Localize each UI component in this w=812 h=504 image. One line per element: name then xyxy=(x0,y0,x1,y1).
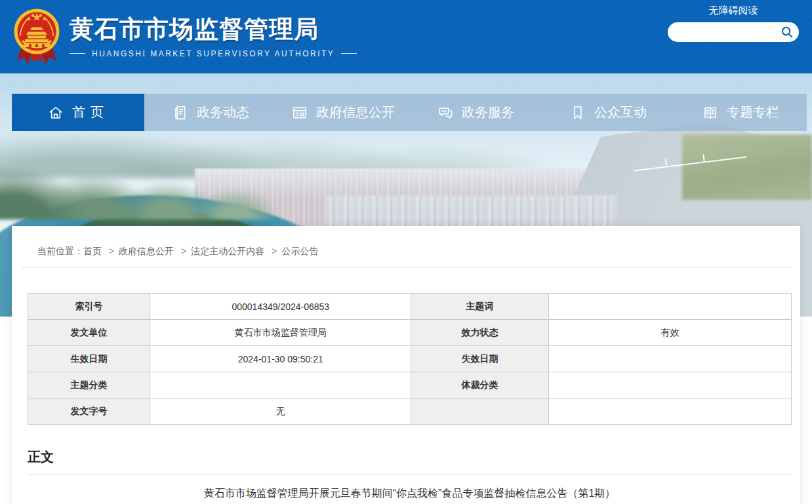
banner-fields xyxy=(682,134,812,200)
nav-label: 公众互动 xyxy=(594,104,647,121)
nav-item-interaction[interactable]: 公众互动 xyxy=(542,94,674,131)
meta-label-validity-status: 效力状态 xyxy=(411,320,549,346)
meta-value-validity-status: 有效 xyxy=(548,320,791,346)
subtitle-dash-right xyxy=(341,53,357,54)
meta-label-document-number: 发文字号 xyxy=(28,398,150,425)
meta-value-topic-category xyxy=(150,372,411,398)
nav-item-gov-info[interactable]: 政府信息公开 xyxy=(277,94,409,131)
meta-value-document-number: 无 xyxy=(150,398,411,425)
breadcrumb-link-notices[interactable]: 公示公告 xyxy=(281,246,318,256)
content-card: 当前位置：首页 >政府信息公开 >法定主动公开内容 >公示公告 索引号 0000… xyxy=(12,226,800,504)
nav-label: 专题专栏 xyxy=(727,104,779,121)
site-title: 黄石市市场监督管理局 xyxy=(70,16,357,43)
nav-item-home[interactable]: 首页 xyxy=(12,94,144,131)
meta-value-genre-category xyxy=(548,372,791,398)
meta-label-genre-category: 体裁分类 xyxy=(411,372,549,398)
table-row: 发文字号 无 xyxy=(28,398,792,425)
nav-label: 首页 xyxy=(72,104,109,121)
info-window-icon xyxy=(291,104,308,121)
meta-label-effective-date: 生效日期 xyxy=(28,346,150,372)
main-nav: 首页 政务动态 政府信息公开 政务服务 公众互动 xyxy=(12,94,807,131)
meta-label-empty xyxy=(411,398,549,425)
accessibility-link[interactable]: 无障碍阅读 xyxy=(709,5,758,17)
meta-value-keywords xyxy=(548,294,791,320)
meta-value-index-number: 000014349/2024-06853 xyxy=(150,294,411,320)
meta-label-keywords: 主题词 xyxy=(411,294,549,320)
search-input[interactable] xyxy=(677,23,779,41)
bookmark-icon xyxy=(569,104,586,121)
site-title-block: 黄石市市场监督管理局 HUANGSHI MARKET SUPERVISORY A… xyxy=(70,7,357,58)
nav-label: 政府信息公开 xyxy=(316,104,395,121)
breadcrumb-separator: > xyxy=(176,246,191,256)
nav-item-services[interactable]: 政务服务 xyxy=(409,94,542,131)
site-header: 黄石市市场监督管理局 HUANGSHI MARKET SUPERVISORY A… xyxy=(0,0,812,73)
nav-item-topics[interactable]: 专题专栏 xyxy=(674,94,807,131)
article-section: 正文 黄石市市场监督管理局开展元旦春节期间“你点我检”食品专项监督抽检信息公告（… xyxy=(28,448,792,501)
site-subtitle: HUANGSHI MARKET SUPERVISORY AUTHORITY xyxy=(92,49,335,58)
meta-label-index-number: 索引号 xyxy=(28,294,150,320)
table-row: 发文单位 黄石市市场监督管理局 效力状态 有效 xyxy=(28,320,792,346)
breadcrumb-link-gov-info[interactable]: 政府信息公开 xyxy=(119,246,174,256)
table-row: 索引号 000014349/2024-06853 主题词 xyxy=(28,294,792,320)
search-icon xyxy=(780,25,794,39)
search-box xyxy=(668,22,799,42)
meta-label-expiry-date: 失效日期 xyxy=(411,346,549,372)
meta-value-empty xyxy=(548,398,791,425)
article-section-heading: 正文 xyxy=(28,448,792,475)
open-book-icon xyxy=(702,104,719,121)
site-subtitle-row: HUANGSHI MARKET SUPERVISORY AUTHORITY xyxy=(70,49,357,58)
search-button[interactable] xyxy=(780,25,794,39)
article-title: 黄石市市场监督管理局开展元旦春节期间“你点我检”食品专项监督抽检信息公告（第1期… xyxy=(28,486,792,501)
breadcrumb: 当前位置：首页 >政府信息公开 >法定主动公开内容 >公示公告 xyxy=(21,226,791,268)
breadcrumb-prefix: 当前位置： xyxy=(37,246,83,256)
nav-item-news[interactable]: 政务动态 xyxy=(144,94,277,131)
table-row: 生效日期 2024-01-30 09:50:21 失效日期 xyxy=(28,346,792,372)
news-icon xyxy=(172,104,189,121)
meta-value-effective-date: 2024-01-30 09:50:21 xyxy=(150,346,411,372)
subtitle-dash-left xyxy=(70,53,85,54)
home-icon xyxy=(47,104,64,121)
breadcrumb-separator: > xyxy=(267,246,281,256)
document-meta-table: 索引号 000014349/2024-06853 主题词 发文单位 黄石市市场监… xyxy=(28,293,792,425)
nav-label: 政务动态 xyxy=(197,104,249,121)
chat-bubbles-icon xyxy=(437,104,454,121)
meta-value-expiry-date xyxy=(548,346,791,372)
meta-label-topic-category: 主题分类 xyxy=(28,372,150,398)
header-right: 无障碍阅读 xyxy=(668,5,799,42)
banner-mountains xyxy=(0,144,284,220)
national-emblem-logo xyxy=(13,7,60,67)
table-row: 主题分类 体裁分类 xyxy=(28,372,792,398)
nav-label: 政务服务 xyxy=(462,104,514,121)
meta-value-issuing-unit: 黄石市市场监督管理局 xyxy=(150,320,411,346)
breadcrumb-link-statutory[interactable]: 法定主动公开内容 xyxy=(191,246,264,256)
meta-label-issuing-unit: 发文单位 xyxy=(28,320,150,346)
breadcrumb-separator: > xyxy=(104,246,119,256)
breadcrumb-link-home[interactable]: 首页 xyxy=(83,246,102,256)
site-logo-area: 黄石市市场监督管理局 HUANGSHI MARKET SUPERVISORY A… xyxy=(13,7,357,67)
